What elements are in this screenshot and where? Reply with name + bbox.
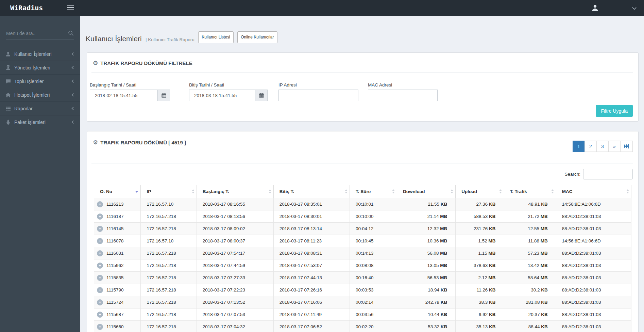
report-panel: ⚙ TRAFIK RAPORU DÖKÜMÜ [ 4519 ] 123» Sea… — [87, 131, 639, 332]
cell-end: 2018-03-17 07:44:13 — [273, 272, 350, 284]
cell-download: 56.53 MB — [397, 272, 456, 284]
cell-ip: 172.16.57.218 — [141, 296, 197, 309]
filter-field-4: MAC Adresi — [368, 82, 438, 101]
cell-ip: 172.16.57.218 — [141, 210, 197, 223]
field-input[interactable] — [368, 90, 438, 101]
expand-row-icon[interactable]: + — [97, 275, 103, 281]
cell-download: 242.78 KB — [397, 296, 456, 309]
column-header-ba-lang-t-[interactable]: Başlangıç T. — [197, 185, 273, 198]
sidebar-item-2[interactable]: Yönetici İşlemleri — [0, 61, 80, 75]
cell-total-traffic: 11.88 MB — [504, 235, 556, 247]
cell-duration: 00:10:01 — [350, 198, 397, 210]
expand-row-icon[interactable]: + — [97, 226, 103, 232]
sidebar-item-6[interactable]: Paket İşlemleri — [0, 115, 80, 129]
field-input[interactable] — [90, 90, 158, 101]
pagination-button-3[interactable]: 3 — [596, 141, 609, 152]
online-users-button[interactable]: Online Kullanıcılar — [237, 31, 277, 43]
column-header-download[interactable]: Download — [397, 185, 456, 198]
cell-upload: 2.12 MB — [456, 272, 504, 284]
divider — [91, 163, 633, 163]
cell-upload: 588.53 KB — [456, 210, 504, 223]
table-row: +1116031172.16.57.2182018-03-17 07:54:17… — [94, 247, 631, 259]
expand-row-icon[interactable]: + — [97, 250, 103, 256]
main-content: Kullanıcı İşlemleri | Kullanıcı Trafik R… — [80, 16, 644, 332]
cell-end: 2018-03-17 07:26:16 — [273, 284, 350, 296]
sort-desc-icon — [135, 191, 138, 193]
top-navbar: WiRadius — [0, 0, 644, 16]
field-input[interactable] — [189, 90, 255, 101]
comment-icon — [5, 79, 11, 84]
sidebar-item-4[interactable]: Hotspot İşlemleri — [0, 88, 80, 102]
column-header-o-no[interactable]: O. No — [94, 185, 141, 198]
user-list-button[interactable]: Kullanıcı Listesi — [198, 31, 233, 43]
chevron-down-icon[interactable] — [632, 5, 637, 10]
sidebar-item-3[interactable]: Toplu İşlemler — [0, 75, 80, 88]
expand-row-icon[interactable]: + — [97, 299, 103, 305]
pagination-button-2[interactable]: 2 — [584, 141, 597, 152]
sort-icon — [499, 189, 502, 193]
sidebar-search-input[interactable] — [6, 31, 68, 36]
cell-total-traffic: 30.2 KB — [504, 284, 556, 296]
sidebar-toggle-icon[interactable] — [67, 5, 74, 11]
cell-duration: 00:16:40 — [350, 272, 397, 284]
cell-mac: 88:AD:D2:38:01:03 — [556, 210, 631, 223]
filter-fields: Başlangıç Tarihi / SaatiBitiş Tarihi / S… — [90, 82, 633, 101]
column-header-mac[interactable]: MAC — [556, 185, 631, 198]
expand-row-icon[interactable]: + — [97, 201, 103, 207]
expand-row-icon[interactable]: + — [97, 312, 103, 318]
filter-field-3: IP Adresi — [278, 82, 358, 101]
table-row: +1115790172.16.57.2182018-03-17 07:22:23… — [94, 284, 631, 296]
expand-row-icon[interactable]: + — [97, 214, 103, 220]
column-header-biti-t-[interactable]: Bitiş T. — [273, 185, 350, 198]
field-label: Başlangıç Tarihi / Saati — [90, 82, 170, 88]
cell-mac: 14:56:8E:A1:06:6D — [556, 198, 631, 210]
filter-panel-title: TRAFIK RAPORU DÖKÜMÜ FILTRELE — [100, 60, 192, 66]
table-row: +1115724172.16.57.2182018-03-17 07:13:52… — [94, 296, 631, 309]
sort-icon — [451, 189, 453, 193]
app-logo[interactable]: WiRadius — [10, 0, 43, 16]
cell-order-no: +1115724 — [94, 296, 141, 309]
pagination-button-1[interactable]: 1 — [573, 141, 585, 152]
cell-upload: 11.26 KB — [456, 284, 504, 296]
expand-row-icon[interactable]: + — [97, 287, 103, 293]
user-icon — [5, 51, 11, 57]
filter-field-2: Bitiş Tarihi / Saati — [189, 82, 268, 101]
cell-mac: 88:AD:D2:38:01:03 — [556, 321, 631, 332]
expand-row-icon[interactable]: + — [97, 263, 103, 269]
column-header-upload[interactable]: Upload — [456, 185, 504, 198]
cell-upload: 35.13 KB — [456, 321, 504, 332]
cell-order-no: +1115790 — [94, 284, 141, 296]
gear-icon: ⚙ — [93, 60, 98, 66]
table-row: +1115835172.16.57.2182018-03-17 07:27:33… — [94, 272, 631, 284]
cell-mac: 88:AD:D2:38:01:03 — [556, 223, 631, 235]
user-avatar-icon[interactable] — [591, 4, 599, 12]
calendar-icon[interactable] — [255, 90, 268, 101]
column-header-t-trafik[interactable]: T. Trafik — [504, 185, 556, 198]
column-header-t-s-re[interactable]: T. Süre — [350, 185, 397, 198]
sort-icon — [345, 189, 348, 193]
pagination-button-»[interactable]: » — [608, 141, 621, 152]
cell-start: 2018-03-17 08:09:02 — [197, 223, 273, 235]
cell-mac: 88:AD:D2:38:01:03 — [556, 284, 631, 296]
apply-filter-button[interactable]: Filtre Uygula — [596, 105, 633, 117]
field-input[interactable] — [278, 90, 358, 101]
cell-upload: 9.92 KB — [456, 309, 504, 321]
cell-end: 2018-03-17 07:06:52 — [273, 321, 350, 332]
sidebar-item-5[interactable]: Raporlar — [0, 102, 80, 115]
expand-row-icon[interactable]: + — [97, 324, 103, 330]
table-search-input[interactable] — [583, 169, 633, 179]
cell-order-no: +1116187 — [94, 210, 141, 223]
column-header-ip[interactable]: IP — [141, 185, 197, 198]
sidebar-item-1[interactable]: Kullanıcı İşlemleri — [0, 47, 80, 61]
cell-ip: 172.16.57.218 — [141, 247, 197, 259]
calendar-icon[interactable] — [158, 90, 170, 101]
pagination-last-button[interactable] — [620, 141, 633, 152]
sort-icon — [269, 189, 271, 193]
cell-upload: 38.3 KB — [456, 296, 504, 309]
cell-start: 2018-03-17 08:00:37 — [197, 235, 273, 247]
table-row: +1116213172.16.57.102018-03-17 08:16:552… — [94, 198, 631, 210]
expand-row-icon[interactable]: + — [97, 238, 103, 244]
cell-duration: 00:02:20 — [350, 321, 397, 332]
cell-download: 21.55 KB — [397, 198, 456, 210]
search-icon[interactable] — [68, 30, 74, 36]
